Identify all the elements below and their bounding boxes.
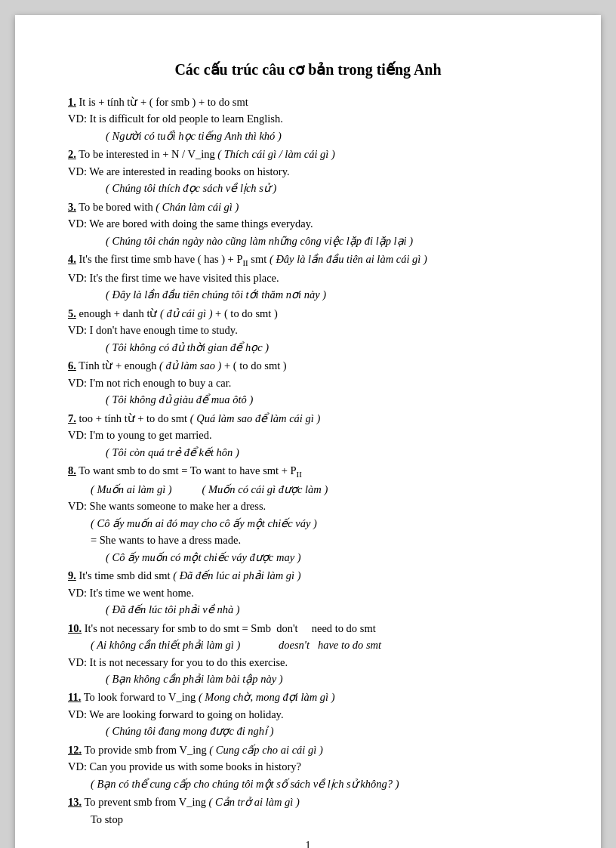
- item-main: 12. To provide smb from V_ing ( Cung cấp…: [68, 742, 548, 758]
- list-item: 3. To be bored with ( Chán làm cái gì ) …: [68, 199, 548, 249]
- list-item: 7. too + tính từ + to do smt ( Quá làm s…: [68, 410, 548, 461]
- item-main: 3. To be bored with ( Chán làm cái gì ): [68, 199, 548, 215]
- page-title: Các cấu trúc câu cơ bản trong tiếng Anh: [68, 60, 548, 79]
- list-item: 2. To be interested in + N / V_ing ( Thí…: [68, 146, 548, 196]
- content: 1. It is + tính từ + ( for smb ) + to do…: [68, 94, 548, 828]
- list-item: 4. It's the first time smb have ( has ) …: [68, 251, 548, 304]
- list-item: 8. To want smb to do smt = To want to ha…: [68, 462, 548, 566]
- item-main: 1. It is + tính từ + ( for smb ) + to do…: [68, 94, 548, 110]
- item-main: 4. It's the first time smb have ( has ) …: [68, 251, 548, 270]
- item-main: 8. To want smb to do smt = To want to ha…: [68, 462, 548, 481]
- item-main: 9. It's time smb did smt ( Đã đến lúc ai…: [68, 567, 548, 584]
- list-item: 5. enough + danh từ ( đủ cái gì ) + ( to…: [68, 305, 548, 356]
- list-item: 11. To look forward to V_ing ( Mong chờ,…: [68, 689, 548, 739]
- list-item: 13. To prevent smb from V_ing ( Cản trở …: [68, 794, 548, 828]
- item-main: 5. enough + danh từ ( đủ cái gì ) + ( to…: [68, 305, 548, 322]
- list-item: 10. It's not necessary for smb to do smt…: [68, 620, 548, 688]
- item-main: 7. too + tính từ + to do smt ( Quá làm s…: [68, 410, 548, 427]
- list-item: 9. It's time smb did smt ( Đã đến lúc ai…: [68, 567, 548, 618]
- item-main: 10. It's not necessary for smb to do smt…: [68, 620, 548, 637]
- item-main: 11. To look forward to V_ing ( Mong chờ,…: [68, 689, 548, 705]
- item-main: 2. To be interested in + N / V_ing ( Thí…: [68, 146, 548, 162]
- list-item: 6. Tính từ + enough ( đủ làm sao ) + ( t…: [68, 357, 548, 408]
- item-main: 6. Tính từ + enough ( đủ làm sao ) + ( t…: [68, 357, 548, 374]
- page: Các cấu trúc câu cơ bản trong tiếng Anh …: [15, 15, 601, 848]
- list-item: 12. To provide smb from V_ing ( Cung cấp…: [68, 742, 548, 792]
- page-number: 1: [15, 840, 601, 848]
- list-item: 1. It is + tính từ + ( for smb ) + to do…: [68, 94, 548, 144]
- item-main: 13. To prevent smb from V_ing ( Cản trở …: [68, 794, 548, 810]
